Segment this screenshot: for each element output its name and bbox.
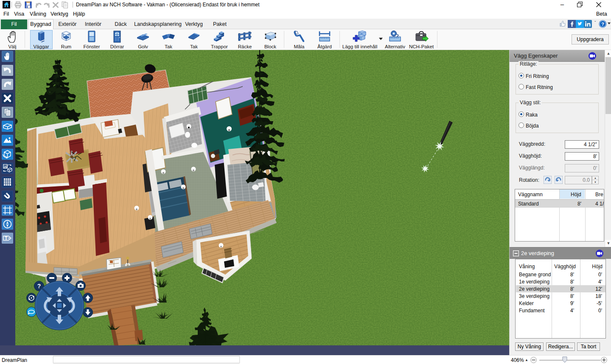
svg-text:?: ? — [601, 22, 604, 27]
svg-text:2D: 2D — [4, 165, 8, 168]
svg-text:T: T — [5, 236, 8, 241]
svg-text:?: ? — [37, 283, 41, 289]
